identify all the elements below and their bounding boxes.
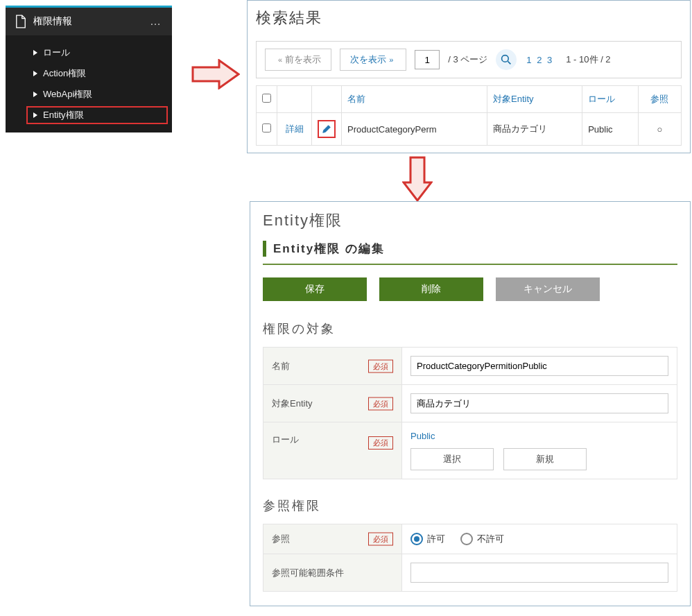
header-role[interactable]: ロール bbox=[582, 86, 639, 113]
cell-role: Public bbox=[582, 113, 639, 146]
results-table: 名前 対象Entity ロール 参照 詳細 ProductCategoryPer… bbox=[256, 85, 682, 146]
required-badge: 必須 bbox=[368, 436, 393, 450]
page-links: 1 2 3 bbox=[525, 55, 553, 65]
sidebar-item-entity[interactable]: Entity権限 bbox=[26, 106, 168, 124]
table-header-row: 名前 対象Entity ロール 参照 bbox=[257, 86, 682, 113]
sidebar-item-label: ロール bbox=[43, 46, 70, 59]
search-icon bbox=[501, 54, 512, 65]
ref-allow-radio[interactable]: 許可 bbox=[410, 533, 445, 545]
detail-link[interactable]: 詳細 bbox=[277, 113, 312, 146]
search-button[interactable] bbox=[496, 49, 517, 70]
required-badge: 必須 bbox=[368, 359, 393, 373]
ref-allow-label: 許可 bbox=[427, 533, 445, 545]
sidebar-title: 権限情報 bbox=[33, 15, 72, 28]
prev-page-button[interactable]: «前を表示 bbox=[265, 49, 331, 71]
radio-icon bbox=[460, 533, 473, 545]
page-link[interactable]: 1 bbox=[526, 55, 531, 65]
target-form: 名前 必須 対象Entity 必須 ロール 必須 Public 選択 新規 bbox=[263, 347, 677, 479]
entity-input[interactable] bbox=[410, 393, 668, 413]
result-range-text: 1 - 10件 / 2 bbox=[566, 53, 610, 66]
required-badge: 必須 bbox=[368, 397, 393, 410]
more-icon[interactable]: … bbox=[150, 15, 162, 28]
ref-label: 参照 bbox=[272, 533, 290, 544]
panel-subtitle: Entity権限 の編集 bbox=[263, 241, 677, 257]
triangle-icon bbox=[33, 71, 37, 76]
flow-arrow-right-icon bbox=[191, 59, 240, 89]
header-blank bbox=[312, 86, 342, 113]
page-link[interactable]: 3 bbox=[547, 55, 552, 65]
table-row: 詳細 ProductCategoryPerm 商品カテゴリ Public ○ bbox=[257, 113, 682, 146]
sidebar-item-role[interactable]: ロール bbox=[6, 42, 172, 63]
name-label: 名前 bbox=[272, 361, 290, 371]
entity-label: 対象Entity bbox=[272, 398, 313, 409]
row-checkbox[interactable] bbox=[262, 123, 271, 132]
cancel-button[interactable]: キャンセル bbox=[496, 277, 600, 301]
ref-label-cell: 参照 必須 bbox=[263, 524, 402, 554]
page-number-input[interactable] bbox=[415, 50, 440, 69]
role-value-link[interactable]: Public bbox=[410, 431, 435, 441]
delete-button[interactable]: 削除 bbox=[379, 277, 483, 301]
required-badge: 必須 bbox=[368, 533, 393, 546]
role-label: ロール bbox=[272, 434, 299, 445]
panel-title: Entity権限 bbox=[263, 210, 677, 231]
triangle-icon bbox=[33, 112, 37, 118]
next-page-button[interactable]: 次を表示» bbox=[340, 49, 406, 71]
sidebar-item-label: Action権限 bbox=[43, 67, 86, 80]
triangle-icon bbox=[33, 92, 37, 97]
select-role-button[interactable]: 選択 bbox=[410, 448, 494, 470]
svg-point-0 bbox=[502, 55, 509, 62]
sidebar-item-action[interactable]: Action権限 bbox=[6, 63, 172, 84]
ref-deny-radio[interactable]: 不許可 bbox=[460, 533, 504, 545]
header-checkbox-cell bbox=[257, 86, 277, 113]
ref-scope-label-cell: 参照可能範囲条件 bbox=[263, 554, 402, 592]
header-blank bbox=[277, 86, 312, 113]
search-results-title: 検索結果 bbox=[256, 8, 682, 28]
entity-label-cell: 対象Entity 必須 bbox=[263, 385, 402, 422]
ref-scope-input[interactable] bbox=[410, 563, 668, 583]
sidebar-list: ロール Action権限 WebApi権限 Entity権限 bbox=[6, 35, 172, 132]
edit-button[interactable] bbox=[318, 120, 336, 138]
divider bbox=[263, 264, 677, 265]
sidebar-item-label: Entity権限 bbox=[43, 109, 84, 121]
flow-arrow-down-icon bbox=[402, 156, 433, 202]
header-entity[interactable]: 対象Entity bbox=[487, 86, 582, 113]
sidebar-item-webapi[interactable]: WebApi権限 bbox=[6, 84, 172, 105]
role-label-cell: ロール 必須 bbox=[263, 422, 402, 479]
sidebar-header: 権限情報 … bbox=[6, 8, 172, 35]
cell-ref: ○ bbox=[638, 113, 681, 146]
name-input[interactable] bbox=[410, 356, 668, 376]
cell-name: ProductCategoryPerm bbox=[342, 113, 487, 146]
ref-radio-group: 許可 不許可 bbox=[410, 533, 668, 545]
name-label-cell: 名前 必須 bbox=[263, 348, 402, 385]
action-buttons: 保存 削除 キャンセル bbox=[263, 277, 677, 301]
save-button[interactable]: 保存 bbox=[263, 277, 367, 301]
ref-deny-label: 不許可 bbox=[477, 533, 504, 545]
document-icon bbox=[15, 15, 26, 28]
pencil-icon bbox=[322, 124, 331, 134]
select-all-checkbox[interactable] bbox=[262, 94, 271, 103]
ref-section-title: 参照権限 bbox=[263, 497, 677, 514]
sidebar: 権限情報 … ロール Action権限 WebApi権限 Entity権限 bbox=[6, 6, 172, 132]
new-role-button[interactable]: 新規 bbox=[503, 448, 587, 470]
total-pages-text: / 3 ページ bbox=[448, 53, 487, 66]
target-section-title: 権限の対象 bbox=[263, 320, 677, 337]
header-ref[interactable]: 参照 bbox=[638, 86, 681, 113]
ref-form: 参照 必須 許可 不許可 参照可能範囲条件 bbox=[263, 524, 677, 592]
triangle-icon bbox=[33, 50, 37, 55]
page-link[interactable]: 2 bbox=[537, 55, 542, 65]
header-name[interactable]: 名前 bbox=[342, 86, 487, 113]
search-results-panel: 検索結果 «前を表示 次を表示» / 3 ページ 1 2 3 1 - 10件 /… bbox=[247, 0, 691, 153]
ref-scope-label: 参照可能範囲条件 bbox=[272, 567, 344, 578]
pager: «前を表示 次を表示» / 3 ページ 1 2 3 1 - 10件 / 2 bbox=[256, 41, 682, 78]
sidebar-item-label: WebApi権限 bbox=[43, 88, 92, 101]
radio-icon bbox=[410, 533, 423, 545]
svg-line-1 bbox=[508, 61, 511, 64]
entity-permission-edit-panel: Entity権限 Entity権限 の編集 保存 削除 キャンセル 権限の対象 … bbox=[250, 201, 691, 606]
cell-entity: 商品カテゴリ bbox=[487, 113, 582, 146]
